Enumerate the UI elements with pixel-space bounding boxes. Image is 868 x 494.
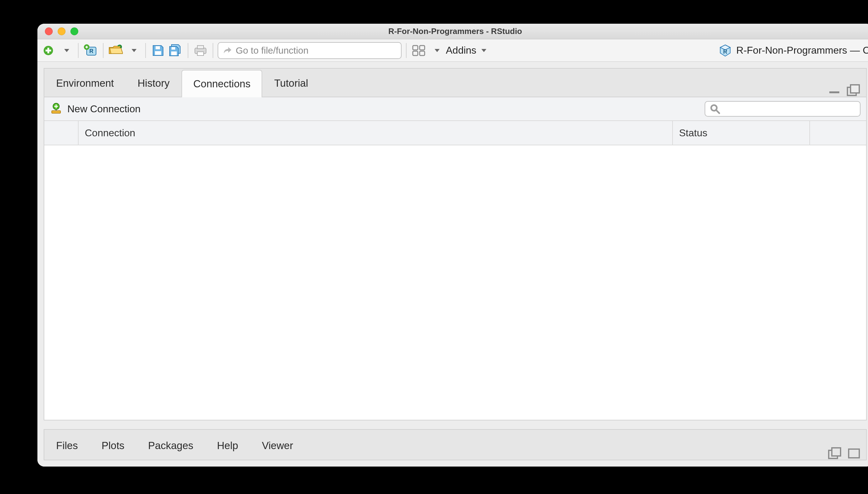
column-status[interactable]: Status	[673, 121, 810, 145]
plus-project-icon: R	[83, 43, 98, 58]
tab-label: Viewer	[262, 440, 293, 452]
print-button[interactable]	[193, 43, 208, 58]
caret-down-icon	[64, 49, 69, 52]
db-plus-icon	[50, 102, 62, 115]
svg-rect-15	[413, 45, 418, 50]
tab-viewer[interactable]: Viewer	[250, 431, 305, 460]
top-pane: Environment History Connections Tutorial	[44, 68, 867, 420]
svg-rect-22	[851, 85, 859, 93]
close-window-button[interactable]	[45, 27, 53, 35]
zoom-window-button[interactable]	[71, 27, 78, 35]
svg-rect-27	[56, 104, 57, 108]
svg-rect-32	[849, 449, 859, 458]
tab-label: Environment	[56, 77, 114, 89]
svg-rect-23	[52, 111, 60, 113]
svg-rect-9	[156, 46, 160, 49]
pane-window-controls	[828, 447, 866, 460]
connections-toolbar: New Connection	[44, 97, 866, 121]
addins-label: Addins	[446, 44, 477, 56]
separator	[213, 43, 213, 58]
tab-label: Plots	[102, 440, 124, 452]
svg-rect-13	[197, 45, 204, 49]
main-toolbar: R	[37, 39, 868, 62]
minimize-pane-icon[interactable]	[828, 87, 841, 95]
open-file-button[interactable]	[108, 43, 123, 58]
workspace-panes-button[interactable]	[411, 43, 426, 58]
tab-label: Files	[56, 440, 78, 452]
maximize-pane-icon[interactable]	[846, 84, 861, 97]
new-project-button[interactable]: R	[83, 43, 98, 58]
svg-rect-11	[172, 47, 175, 50]
window-title: R-For-Non-Programmers - RStudio	[37, 26, 868, 36]
project-label: R-For-Non-Programmers — C	[736, 44, 868, 56]
titlebar: R-For-Non-Programmers - RStudio	[37, 24, 868, 39]
bottom-pane-tabs: Files Plots Packages Help Viewer	[44, 430, 866, 460]
tab-files[interactable]: Files	[44, 431, 90, 460]
svg-rect-31	[832, 448, 841, 456]
tab-help[interactable]: Help	[205, 431, 250, 460]
new-file-dropdown[interactable]	[58, 43, 74, 58]
separator	[145, 43, 146, 58]
minimize-window-button[interactable]	[58, 27, 65, 35]
top-pane-tabs: Environment History Connections Tutorial	[44, 69, 866, 97]
tab-label: Connections	[193, 78, 250, 90]
new-connection-button[interactable]: New Connection	[50, 102, 141, 115]
save-all-button[interactable]	[168, 43, 183, 58]
traffic-lights	[45, 27, 78, 35]
separator	[78, 43, 79, 58]
connections-search-input[interactable]	[705, 101, 861, 117]
printer-icon	[194, 44, 207, 57]
workspace-panes-dropdown[interactable]	[428, 43, 444, 58]
tab-label: Help	[217, 440, 238, 452]
restore-pane-icon[interactable]	[828, 447, 842, 460]
tab-label: Packages	[148, 440, 193, 452]
share-arrow-icon	[223, 46, 232, 55]
column-label: Connection	[85, 127, 135, 139]
plus-circle-icon	[42, 44, 55, 57]
new-file-button[interactable]	[40, 43, 56, 58]
svg-rect-8	[155, 51, 161, 55]
separator	[103, 43, 103, 58]
tab-connections[interactable]: Connections	[181, 70, 262, 97]
project-menu[interactable]: R R-For-Non-Programmers — C	[718, 44, 868, 57]
tab-history[interactable]: History	[126, 69, 181, 97]
svg-text:R: R	[723, 49, 727, 55]
app-window: R-For-Non-Programmers - RStudio R	[37, 24, 868, 467]
open-folder-icon	[109, 44, 123, 57]
separator	[188, 43, 188, 58]
tab-label: History	[137, 77, 170, 89]
svg-rect-16	[420, 45, 425, 50]
goto-file-function-input[interactable]: Go to file/function	[218, 42, 402, 59]
project-cube-icon: R	[718, 44, 732, 57]
tab-plots[interactable]: Plots	[90, 431, 136, 460]
addins-menu[interactable]: Addins	[446, 44, 486, 56]
column-label: Status	[679, 127, 708, 139]
svg-rect-10	[171, 52, 177, 55]
new-connection-label: New Connection	[67, 103, 141, 115]
connections-grid-body	[44, 145, 866, 420]
svg-rect-20	[829, 91, 839, 93]
open-recent-dropdown[interactable]	[126, 43, 141, 58]
full-pane-icon[interactable]	[847, 448, 861, 459]
pane-window-controls	[828, 84, 866, 97]
svg-line-29	[716, 110, 719, 113]
separator	[406, 43, 407, 58]
caret-down-icon	[481, 49, 486, 52]
svg-rect-14	[197, 52, 204, 56]
column-actions	[810, 121, 866, 145]
tab-packages[interactable]: Packages	[136, 431, 205, 460]
svg-rect-2	[47, 48, 49, 53]
content-area: Environment History Connections Tutorial	[37, 62, 868, 467]
column-connection[interactable]: Connection	[79, 121, 673, 145]
tab-tutorial[interactable]: Tutorial	[262, 69, 320, 97]
svg-text:R: R	[90, 48, 94, 54]
column-handle	[44, 121, 79, 145]
svg-rect-7	[86, 46, 87, 48]
floppy-icon	[152, 44, 164, 57]
save-button[interactable]	[150, 43, 166, 58]
goto-placeholder: Go to file/function	[236, 45, 308, 56]
search-icon	[710, 103, 720, 114]
caret-down-icon	[435, 49, 440, 52]
connections-grid-header: Connection Status	[44, 121, 866, 145]
tab-environment[interactable]: Environment	[44, 69, 126, 97]
